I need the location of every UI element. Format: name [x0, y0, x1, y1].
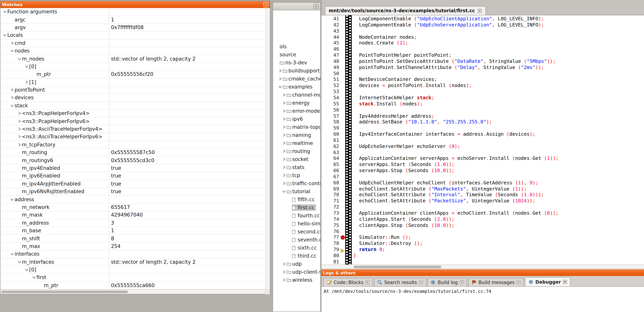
logs-tab-build-messages[interactable]: Build messages× [468, 278, 524, 286]
tree-item-udp-client-ser[interactable]: udp-client-ser [273, 268, 320, 276]
watch-row-m-address[interactable]: m_address3 [0, 219, 265, 227]
tree-item-seventh.cc[interactable]: seventh.cc [273, 236, 320, 244]
chevron-right-icon[interactable] [282, 157, 286, 161]
code-line-42[interactable]: LogComponentEnable ("UdpEchoServerApplic… [353, 22, 644, 28]
watch-row-argv[interactable]: argv0x7fffffffdf08 [0, 24, 265, 32]
watch-row-m-ipv4enabled[interactable]: m_ipv4Enabledtrue [0, 164, 265, 172]
code-line-57[interactable]: Ipv4AddressHelper address; [353, 113, 644, 119]
code-line-48[interactable]: pointToPoint.SetDeviceAttribute ("DataRa… [353, 58, 644, 64]
tree-item-sixth.cc[interactable]: sixth.cc [273, 244, 320, 252]
code-line-52[interactable]: devices = pointToPoint.Install (nodes); [353, 83, 644, 89]
close-icon[interactable]: × [563, 280, 567, 284]
tree-item-naming[interactable]: naming [273, 131, 320, 139]
chevron-right-icon[interactable] [9, 96, 14, 99]
code-line-67[interactable] [353, 174, 644, 180]
code-line-60[interactable]: Ipv4InterfaceContainer interfaces = addr… [353, 131, 644, 137]
watches-horizontal-scrollbar[interactable] [0, 289, 270, 294]
tree-item-source[interactable]: source [273, 51, 320, 59]
chevron-right-icon[interactable] [9, 88, 14, 92]
code-line-58[interactable]: address.SetBase ("10.1.1.0", "255.255.25… [353, 119, 644, 125]
chevron-down-icon[interactable] [31, 276, 36, 279]
watch-row-first[interactable]: first [0, 274, 265, 282]
scrollbar-thumb[interactable] [354, 266, 441, 268]
code-line-49[interactable]: pointToPoint.SetChannelAttribute ("Delay… [353, 64, 644, 71]
tree-item-matrix-topol[interactable]: matrix-topol [273, 123, 320, 131]
tree-item-realtime[interactable]: realtime [273, 139, 320, 147]
code-line-55[interactable]: stack.Install (nodes); [353, 101, 644, 107]
close-icon[interactable]: × [516, 280, 521, 284]
chevron-right-icon[interactable] [282, 270, 286, 274]
code-line-43[interactable] [353, 28, 644, 34]
chevron-right-icon[interactable] [278, 77, 283, 80]
chevron-right-icon[interactable] [24, 80, 29, 84]
code-line-51[interactable]: NetDeviceContainer devices; [353, 76, 644, 83]
chevron-right-icon[interactable] [282, 125, 286, 129]
chevron-right-icon[interactable] [16, 112, 22, 115]
chevron-right-icon[interactable] [282, 133, 286, 137]
breakpoint-icon[interactable] [340, 235, 345, 239]
tree-item-ols[interactable]: ols [273, 42, 320, 51]
watch-row-m-routingv6[interactable]: m_routingv60x5555555cd3c0 [0, 156, 265, 164]
code-line-61[interactable] [353, 137, 644, 143]
code-line-56[interactable] [353, 107, 644, 113]
watch-row-function-arguments[interactable]: Function arguments [0, 8, 265, 16]
close-icon[interactable]: × [460, 280, 464, 284]
scrollbar-thumb[interactable] [1, 291, 128, 293]
watch-row-cmd[interactable]: cmd [0, 39, 265, 47]
tree-item-socket[interactable]: socket [273, 155, 320, 163]
watch-row-interfaces[interactable]: interfaces [0, 250, 265, 258]
watch-row-pointtopoint[interactable]: pointToPoint [0, 86, 265, 94]
watch-row-m-ipv6enabled[interactable]: m_ipv6Enabledtrue [0, 172, 265, 180]
chevron-right-icon[interactable] [16, 135, 22, 139]
logs-tab-debugger[interactable]: Debugger× [525, 277, 570, 286]
code-line-80[interactable]: } [353, 253, 644, 259]
logs-tab-code-blocks[interactable]: Code::Blocks× [323, 278, 373, 286]
chevron-right-icon[interactable] [282, 165, 286, 169]
chevron-right-icon[interactable] [16, 119, 22, 123]
tree-item-cmake-cache[interactable]: cmake_cache [273, 75, 320, 83]
folding-margin[interactable] [345, 15, 352, 265]
watch-row-m-nodes[interactable]: m_nodesstd::vector of length 2, capacity… [0, 55, 265, 63]
chevron-down-icon[interactable] [24, 65, 29, 68]
code-line-50[interactable] [353, 70, 644, 76]
code-line-79[interactable]: return 0; [353, 246, 644, 253]
chevron-right-icon[interactable] [16, 143, 22, 147]
code-line-75[interactable]: clientApps.Stop (Seconds (10.0)); [353, 222, 644, 228]
chevron-down-icon[interactable] [24, 268, 29, 271]
watch-row-m-routing[interactable]: m_routing0x555555587c50 [0, 149, 265, 156]
watch-row-locals[interactable]: Locals [0, 31, 265, 39]
tree-item-tutorial[interactable]: tutorial [273, 187, 320, 195]
chevron-right-icon[interactable] [282, 262, 286, 266]
tree-item-third.cc[interactable]: third.cc [273, 252, 320, 260]
tree-item-ipv6[interactable]: ipv6 [273, 115, 320, 123]
tree-item-examples[interactable]: examples [273, 83, 320, 91]
code-line-41[interactable]: LogComponentEnable ("UdpEchoClientApplic… [353, 16, 644, 22]
chevron-down-icon[interactable] [9, 198, 14, 201]
editor-horizontal-scrollbar[interactable] [322, 265, 644, 269]
watches-vertical-scrollbar[interactable] [265, 8, 270, 289]
code-line-76[interactable] [353, 228, 644, 234]
logs-tab-search-results[interactable]: Search results× [374, 278, 426, 286]
chevron-down-icon[interactable] [9, 252, 14, 256]
watch-row--1-[interactable]: [1] [0, 78, 265, 86]
code-line-65[interactable]: serverApps.Start (Seconds (1.0)); [353, 161, 644, 168]
code-text[interactable]: LogComponentEnable ("UdpEchoClientApplic… [353, 16, 644, 265]
code-line-54[interactable]: InternetStackHelper stack; [353, 95, 644, 101]
watch-row--0-[interactable]: [0] [0, 266, 265, 274]
chevron-right-icon[interactable] [282, 174, 286, 177]
management-titlebar[interactable]: × [273, 3, 320, 10]
watch-row-m-network[interactable]: m_network655617 [0, 203, 265, 211]
tree-item-tcp[interactable]: tcp [273, 171, 320, 179]
code-line-47[interactable]: PointToPointHelper pointToPoint; [353, 52, 644, 58]
watch-row-m-base[interactable]: m_base1 [0, 227, 265, 235]
code-line-74[interactable]: clientApps.Start (Seconds (2.0)); [353, 216, 644, 222]
chevron-right-icon[interactable] [282, 182, 286, 185]
code-line-70[interactable]: echoClient.SetAttribute ("Interval", Tim… [353, 192, 644, 198]
chevron-down-icon[interactable] [282, 190, 286, 193]
chevron-down-icon[interactable] [16, 57, 22, 60]
tree-item-fifth.cc[interactable]: fifth.cc [273, 195, 320, 203]
watch-row--ns3-pcaphelperforipv6-[interactable]: <ns3::PcapHelperForIpv6> [0, 118, 265, 125]
chevron-right-icon[interactable] [9, 41, 14, 45]
chevron-right-icon[interactable] [16, 127, 22, 131]
code-line-78[interactable]: Simulator::Destroy (); [353, 240, 644, 246]
